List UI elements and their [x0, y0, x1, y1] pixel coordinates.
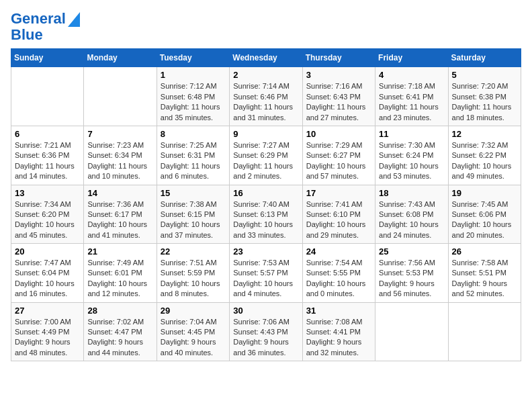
- sunrise-text: Sunrise: 7:56 AM: [379, 258, 444, 268]
- sunset-text: Sunset: 6:24 PM: [379, 150, 444, 161]
- daylight-text: Daylight: 9 hours and 48 minutes.: [15, 337, 80, 358]
- day-info: Sunrise: 7:54 AMSunset: 5:55 PMDaylight:…: [306, 258, 371, 300]
- weekday-header: Monday: [84, 49, 157, 67]
- day-info: Sunrise: 7:04 AMSunset: 4:45 PMDaylight:…: [161, 317, 226, 359]
- logo: General Blue: [11, 11, 80, 43]
- day-number: 2: [233, 70, 298, 80]
- day-number: 11: [379, 129, 444, 139]
- sunrise-text: Sunrise: 7:30 AM: [379, 140, 444, 150]
- day-number: 16: [233, 188, 298, 198]
- sunrise-text: Sunrise: 7:02 AM: [87, 317, 152, 327]
- calendar-cell: 9Sunrise: 7:27 AMSunset: 6:29 PMDaylight…: [230, 126, 302, 185]
- calendar-cell: 24Sunrise: 7:54 AMSunset: 5:55 PMDayligh…: [302, 244, 375, 303]
- calendar-cell: 20Sunrise: 7:47 AMSunset: 6:04 PMDayligh…: [11, 244, 84, 303]
- sunrise-text: Sunrise: 7:23 AM: [87, 140, 152, 150]
- calendar-header: SundayMondayTuesdayWednesdayThursdayFrid…: [11, 49, 521, 67]
- daylight-text: Daylight: 10 hours and 49 minutes.: [452, 161, 517, 182]
- sunset-text: Sunset: 6:34 PM: [87, 150, 152, 161]
- calendar-cell: [11, 67, 84, 126]
- sunset-text: Sunset: 4:45 PM: [161, 327, 226, 337]
- daylight-text: Daylight: 9 hours and 40 minutes.: [161, 337, 226, 358]
- sunrise-text: Sunrise: 7:12 AM: [161, 81, 226, 91]
- day-number: 24: [306, 246, 371, 257]
- day-info: Sunrise: 7:32 AMSunset: 6:22 PMDaylight:…: [452, 140, 517, 182]
- calendar-cell: 7Sunrise: 7:23 AMSunset: 6:34 PMDaylight…: [84, 126, 157, 185]
- day-number: 9: [233, 129, 298, 139]
- calendar-cell: 14Sunrise: 7:36 AMSunset: 6:17 PMDayligh…: [84, 185, 157, 244]
- sunset-text: Sunset: 4:49 PM: [15, 327, 80, 337]
- calendar-cell: 17Sunrise: 7:41 AMSunset: 6:10 PMDayligh…: [302, 185, 375, 244]
- daylight-text: Daylight: 9 hours and 36 minutes.: [233, 337, 298, 358]
- sunrise-text: Sunrise: 7:29 AM: [306, 140, 371, 150]
- sunset-text: Sunset: 4:43 PM: [233, 327, 298, 337]
- calendar-cell: 22Sunrise: 7:51 AMSunset: 5:59 PMDayligh…: [157, 244, 229, 303]
- sunrise-text: Sunrise: 7:36 AM: [87, 199, 152, 210]
- day-number: 4: [379, 70, 444, 80]
- daylight-text: Daylight: 11 hours and 10 minutes.: [87, 161, 152, 182]
- daylight-text: Daylight: 11 hours and 6 minutes.: [161, 161, 226, 182]
- sunset-text: Sunset: 5:59 PM: [161, 268, 226, 278]
- day-number: 26: [452, 246, 517, 257]
- sunrise-text: Sunrise: 7:41 AM: [306, 199, 371, 210]
- sunrise-text: Sunrise: 7:21 AM: [15, 140, 80, 150]
- calendar-week-row: 27Sunrise: 7:00 AMSunset: 4:49 PMDayligh…: [11, 302, 521, 361]
- calendar-cell: 25Sunrise: 7:56 AMSunset: 5:53 PMDayligh…: [375, 244, 448, 303]
- calendar-cell: 3Sunrise: 7:16 AMSunset: 6:43 PMDaylight…: [302, 67, 375, 126]
- day-info: Sunrise: 7:25 AMSunset: 6:31 PMDaylight:…: [161, 140, 226, 182]
- calendar-cell: 27Sunrise: 7:00 AMSunset: 4:49 PMDayligh…: [11, 302, 84, 361]
- weekday-header: Wednesday: [230, 49, 302, 67]
- sunset-text: Sunset: 6:06 PM: [452, 210, 517, 220]
- day-number: 31: [306, 306, 371, 316]
- sunset-text: Sunset: 6:20 PM: [15, 210, 80, 220]
- sunset-text: Sunset: 5:57 PM: [233, 268, 298, 278]
- calendar-cell: [375, 302, 448, 361]
- daylight-text: Daylight: 10 hours and 24 minutes.: [379, 220, 444, 240]
- daylight-text: Daylight: 10 hours and 53 minutes.: [379, 161, 444, 182]
- daylight-text: Daylight: 10 hours and 37 minutes.: [161, 220, 226, 240]
- daylight-text: Daylight: 10 hours and 20 minutes.: [452, 220, 517, 240]
- calendar-week-row: 20Sunrise: 7:47 AMSunset: 6:04 PMDayligh…: [11, 244, 521, 303]
- day-info: Sunrise: 7:41 AMSunset: 6:10 PMDaylight:…: [306, 199, 371, 241]
- day-number: 30: [233, 306, 298, 316]
- day-info: Sunrise: 7:58 AMSunset: 5:51 PMDaylight:…: [452, 258, 517, 300]
- calendar-cell: 30Sunrise: 7:06 AMSunset: 4:43 PMDayligh…: [230, 302, 302, 361]
- calendar-week-row: 6Sunrise: 7:21 AMSunset: 6:36 PMDaylight…: [11, 126, 521, 185]
- sunset-text: Sunset: 6:01 PM: [87, 268, 152, 278]
- day-info: Sunrise: 7:18 AMSunset: 6:41 PMDaylight:…: [379, 81, 444, 123]
- sunset-text: Sunset: 6:38 PM: [452, 92, 517, 102]
- day-info: Sunrise: 7:02 AMSunset: 4:47 PMDaylight:…: [87, 317, 152, 359]
- daylight-text: Daylight: 10 hours and 41 minutes.: [87, 220, 152, 240]
- day-info: Sunrise: 7:14 AMSunset: 6:46 PMDaylight:…: [233, 81, 298, 123]
- calendar-cell: 2Sunrise: 7:14 AMSunset: 6:46 PMDaylight…: [230, 67, 302, 126]
- sunrise-text: Sunrise: 7:25 AM: [161, 140, 226, 150]
- sunset-text: Sunset: 6:41 PM: [379, 92, 444, 102]
- day-info: Sunrise: 7:08 AMSunset: 4:41 PMDaylight:…: [306, 317, 371, 359]
- sunset-text: Sunset: 6:27 PM: [306, 150, 371, 161]
- calendar-cell: 16Sunrise: 7:40 AMSunset: 6:13 PMDayligh…: [230, 185, 302, 244]
- daylight-text: Daylight: 11 hours and 2 minutes.: [233, 161, 298, 182]
- calendar-cell: 31Sunrise: 7:08 AMSunset: 4:41 PMDayligh…: [302, 302, 375, 361]
- logo-text-general: General: [11, 11, 66, 27]
- sunrise-text: Sunrise: 7:32 AM: [452, 140, 517, 150]
- sunrise-text: Sunrise: 7:00 AM: [15, 317, 80, 327]
- daylight-text: Daylight: 11 hours and 18 minutes.: [452, 102, 517, 123]
- sunset-text: Sunset: 6:22 PM: [452, 150, 517, 161]
- sunrise-text: Sunrise: 7:53 AM: [233, 258, 298, 268]
- sunset-text: Sunset: 6:46 PM: [233, 92, 298, 102]
- day-info: Sunrise: 7:00 AMSunset: 4:49 PMDaylight:…: [15, 317, 80, 359]
- daylight-text: Daylight: 10 hours and 4 minutes.: [233, 279, 298, 300]
- calendar-cell: 6Sunrise: 7:21 AMSunset: 6:36 PMDaylight…: [11, 126, 84, 185]
- weekday-header: Saturday: [448, 49, 521, 67]
- calendar-cell: 5Sunrise: 7:20 AMSunset: 6:38 PMDaylight…: [448, 67, 521, 126]
- day-info: Sunrise: 7:29 AMSunset: 6:27 PMDaylight:…: [306, 140, 371, 182]
- day-info: Sunrise: 7:45 AMSunset: 6:06 PMDaylight:…: [452, 199, 517, 241]
- day-number: 21: [87, 246, 152, 257]
- day-number: 25: [379, 246, 444, 257]
- sunrise-text: Sunrise: 7:06 AM: [233, 317, 298, 327]
- day-number: 17: [306, 188, 371, 198]
- daylight-text: Daylight: 11 hours and 35 minutes.: [161, 102, 226, 123]
- calendar-cell: 11Sunrise: 7:30 AMSunset: 6:24 PMDayligh…: [375, 126, 448, 185]
- day-number: 14: [87, 188, 152, 198]
- day-number: 23: [233, 246, 298, 257]
- calendar-cell: [448, 302, 521, 361]
